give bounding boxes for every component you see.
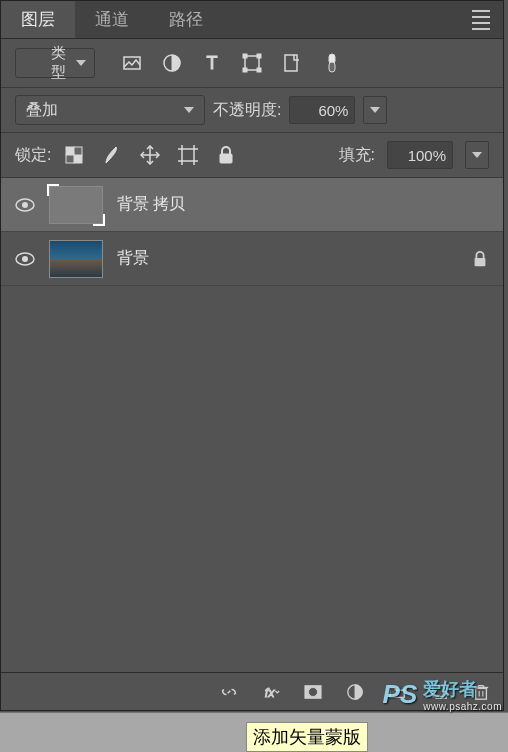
adjustment-filter-icon[interactable] bbox=[161, 52, 183, 74]
svg-rect-12 bbox=[329, 62, 335, 72]
lock-pixels-icon[interactable] bbox=[101, 144, 123, 166]
add-adjustment-icon[interactable] bbox=[345, 682, 365, 702]
chevron-down-icon bbox=[472, 152, 482, 158]
fill-label: 填充: bbox=[339, 145, 375, 166]
visibility-toggle[interactable] bbox=[15, 195, 35, 215]
lock-icon bbox=[471, 250, 489, 268]
watermark: PS 爱好者 www.psahz.com bbox=[383, 677, 502, 712]
lock-transparency-icon[interactable] bbox=[63, 144, 85, 166]
opacity-label: 不透明度: bbox=[213, 100, 281, 121]
search-icon bbox=[26, 56, 41, 71]
layers-list: 背景 拷贝 背景 bbox=[1, 178, 503, 672]
svg-rect-14 bbox=[74, 155, 82, 163]
hamburger-icon bbox=[472, 10, 490, 30]
svg-text:fx: fx bbox=[265, 685, 275, 699]
blend-mode-value: 叠加 bbox=[26, 100, 58, 121]
watermark-url: www.psahz.com bbox=[423, 701, 502, 712]
svg-point-30 bbox=[22, 202, 28, 208]
svg-text:T: T bbox=[207, 53, 218, 73]
filter-type-dropdown[interactable]: 类型 bbox=[15, 48, 95, 78]
lock-row: 锁定: 填充: 100% bbox=[1, 133, 503, 177]
add-mask-icon[interactable] bbox=[303, 682, 323, 702]
svg-rect-8 bbox=[243, 68, 247, 72]
tab-channels[interactable]: 通道 bbox=[75, 1, 149, 38]
lock-label: 锁定: bbox=[15, 145, 51, 166]
type-filter-icon[interactable]: T bbox=[201, 52, 223, 74]
layer-style-icon[interactable]: fx bbox=[261, 682, 281, 702]
opacity-value: 60% bbox=[318, 102, 348, 119]
fill-stepper[interactable] bbox=[465, 141, 489, 169]
svg-rect-6 bbox=[243, 54, 247, 58]
tab-layers[interactable]: 图层 bbox=[1, 1, 75, 38]
lock-icons-group bbox=[63, 144, 237, 166]
chevron-down-icon bbox=[76, 60, 86, 66]
layer-row[interactable]: 背景 拷贝 bbox=[1, 178, 503, 232]
svg-rect-15 bbox=[74, 147, 82, 155]
blend-mode-dropdown[interactable]: 叠加 bbox=[15, 95, 205, 125]
chevron-down-icon bbox=[184, 107, 194, 113]
filter-icons-group: T bbox=[121, 52, 343, 74]
svg-line-1 bbox=[35, 65, 39, 69]
layer-thumbnail[interactable] bbox=[49, 186, 103, 224]
watermark-brand: PS bbox=[383, 679, 418, 710]
layer-name[interactable]: 背景 拷贝 bbox=[117, 194, 489, 215]
opacity-stepper[interactable] bbox=[363, 96, 387, 124]
filter-type-label: 类型 bbox=[51, 44, 66, 82]
lock-all-icon[interactable] bbox=[215, 144, 237, 166]
fill-input[interactable]: 100% bbox=[387, 141, 453, 169]
svg-rect-16 bbox=[66, 155, 74, 163]
svg-point-32 bbox=[22, 256, 28, 262]
layer-thumbnail[interactable] bbox=[49, 240, 103, 278]
svg-rect-13 bbox=[66, 147, 74, 155]
tab-paths[interactable]: 路径 bbox=[149, 1, 223, 38]
panel-tabs: 图层 通道 路径 bbox=[1, 1, 503, 39]
layers-panel: 图层 通道 路径 类型 T 叠加 不透明度: 60% bbox=[0, 0, 504, 711]
lock-position-icon[interactable] bbox=[139, 144, 161, 166]
opacity-input[interactable]: 60% bbox=[289, 96, 355, 124]
lock-artboard-icon[interactable] bbox=[177, 144, 199, 166]
svg-rect-7 bbox=[257, 54, 261, 58]
panel-menu-button[interactable] bbox=[459, 1, 503, 38]
blend-mode-row: 叠加 不透明度: 60% bbox=[1, 88, 503, 132]
tooltip: 添加矢量蒙版 bbox=[246, 722, 368, 752]
chevron-down-icon bbox=[370, 107, 380, 113]
svg-point-36 bbox=[309, 687, 318, 696]
layer-row[interactable]: 背景 bbox=[1, 232, 503, 286]
pixel-filter-icon[interactable] bbox=[121, 52, 143, 74]
layer-filter-row: 类型 T bbox=[1, 39, 503, 87]
watermark-text: 爱好者 bbox=[423, 677, 502, 701]
filter-toggle-icon[interactable] bbox=[321, 52, 343, 74]
fill-value: 100% bbox=[408, 147, 446, 164]
shape-filter-icon[interactable] bbox=[241, 52, 263, 74]
layer-name[interactable]: 背景 bbox=[117, 248, 457, 269]
svg-rect-10 bbox=[285, 55, 297, 71]
svg-point-0 bbox=[28, 58, 36, 66]
link-layers-icon[interactable] bbox=[219, 682, 239, 702]
visibility-toggle[interactable] bbox=[15, 249, 35, 269]
svg-rect-19 bbox=[182, 149, 194, 161]
svg-rect-33 bbox=[475, 258, 486, 266]
svg-rect-28 bbox=[220, 154, 232, 163]
smartobject-filter-icon[interactable] bbox=[281, 52, 303, 74]
svg-rect-9 bbox=[257, 68, 261, 72]
